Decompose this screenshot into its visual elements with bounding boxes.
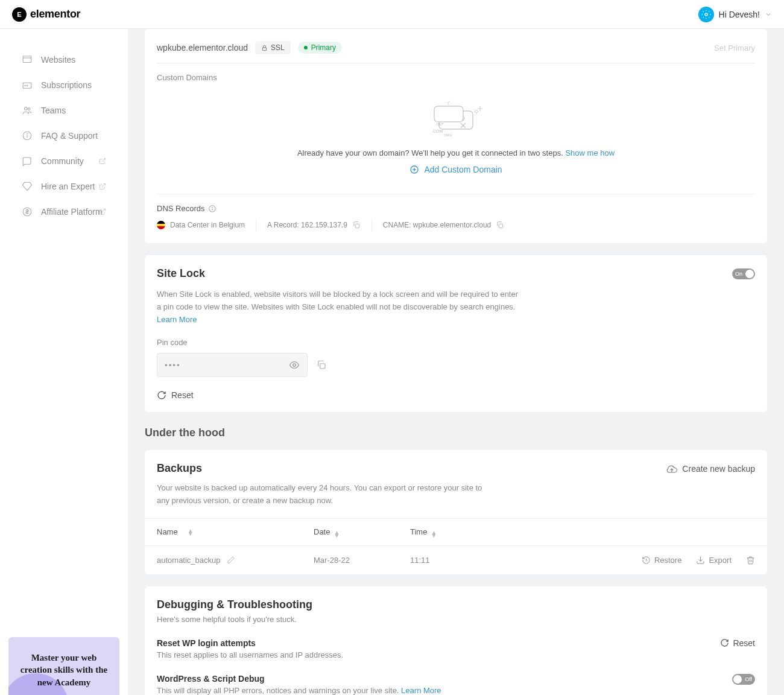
brand-logo[interactable]: E elementor — [12, 7, 80, 22]
svg-text:.ORG: .ORG — [443, 133, 452, 137]
learn-more-link[interactable]: Learn More — [401, 686, 441, 695]
sidebar-item-subscriptions[interactable]: Subscriptions — [0, 72, 128, 98]
svg-text:.COM: .COM — [432, 129, 443, 133]
script-debug-toggle[interactable]: Off — [732, 674, 755, 685]
svg-point-8 — [28, 108, 30, 110]
backup-time: 11:11 — [410, 556, 482, 565]
cloud-upload-icon — [666, 463, 677, 474]
learn-more-link[interactable]: Learn More — [157, 315, 197, 324]
reset-wp-button[interactable]: Reset — [720, 638, 755, 648]
sidebar-item-label: Websites — [41, 55, 75, 65]
refresh-icon — [720, 638, 729, 647]
set-primary-link: Set Primary — [714, 43, 755, 52]
copy-icon[interactable] — [352, 221, 361, 229]
add-custom-domain-button[interactable]: Add Custom Domain — [409, 165, 502, 174]
backup-table-header: Name▲▼ Date▲▼ Time▲▼ — [145, 518, 767, 546]
copy-icon[interactable] — [496, 221, 504, 229]
avatar — [698, 7, 714, 22]
sidebar-item-faq[interactable]: FAQ & Support — [0, 123, 128, 148]
svg-rect-16 — [434, 106, 463, 122]
delete-button[interactable] — [746, 556, 755, 565]
col-header-date[interactable]: Date▲▼ — [314, 527, 410, 537]
brand-name: elementor — [30, 8, 80, 21]
backups-description: Your website is backed up automatically … — [157, 482, 482, 507]
sidebar-item-label: Affiliate Platform — [41, 207, 103, 217]
sidebar-item-label: FAQ & Support — [41, 131, 98, 141]
info-icon[interactable] — [208, 205, 217, 213]
dns-records-header: DNS Records — [157, 204, 755, 213]
domain-illustration: .COM .ORG .NET Already have your own dom… — [157, 92, 755, 183]
edit-icon[interactable] — [227, 556, 235, 564]
svg-rect-26 — [355, 224, 359, 227]
sidebar-item-websites[interactable]: Websites — [0, 47, 128, 72]
sort-icon: ▲▼ — [334, 531, 340, 537]
trash-icon — [746, 556, 755, 565]
svg-rect-13 — [262, 48, 266, 51]
restore-icon — [642, 556, 651, 565]
svg-rect-29 — [320, 364, 325, 369]
domains-card: wpkube.elementor.cloud SSL Primary Set P… — [145, 29, 767, 243]
diamond-icon — [22, 181, 33, 192]
show-me-how-link[interactable]: Show me how — [565, 148, 615, 157]
script-debug-desc: This will display all PHP errors, notice… — [157, 686, 441, 695]
svg-point-25 — [212, 207, 213, 208]
sitelock-toggle[interactable]: On — [732, 268, 755, 279]
sidebar-item-label: Hire an Expert — [41, 182, 95, 191]
refresh-icon — [157, 390, 166, 400]
eye-icon[interactable] — [289, 360, 300, 370]
ssl-badge: SSL — [255, 41, 291, 54]
user-menu[interactable]: Hi Devesh! — [698, 7, 772, 22]
custom-domains-label: Custom Domains — [157, 73, 755, 82]
svg-rect-27 — [499, 224, 503, 227]
datacenter-info: Data Center in Belgium — [157, 221, 245, 229]
sidebar-item-expert[interactable]: Hire an Expert — [0, 174, 128, 199]
user-greeting: Hi Devesh! — [719, 10, 760, 19]
cname-record: CNAME: wpkube.elementor.cloud — [383, 221, 504, 229]
external-link-icon — [99, 183, 106, 190]
under-the-hood-title: Under the hood — [145, 427, 767, 439]
backups-card: Backups Create new backup Your website i… — [145, 450, 767, 574]
external-link-icon — [99, 208, 106, 215]
reset-wp-desc: This reset applies to all usernames and … — [157, 650, 343, 659]
backups-title: Backups — [157, 462, 202, 475]
svg-point-6 — [27, 85, 28, 86]
websites-icon — [22, 54, 33, 65]
svg-text:.NET: .NET — [435, 122, 444, 126]
restore-button[interactable]: Restore — [642, 556, 682, 565]
svg-point-11 — [27, 134, 28, 135]
pin-code-label: Pin code — [157, 338, 755, 347]
sidebar-item-affiliate[interactable]: Affiliate Platform — [0, 199, 128, 224]
top-header: E elementor Hi Devesh! — [0, 0, 784, 29]
copy-icon[interactable] — [316, 360, 327, 370]
promo-title: Master your web creation skills with the… — [18, 652, 110, 688]
subscriptions-icon — [22, 80, 33, 90]
svg-point-5 — [26, 85, 27, 86]
sort-icon: ▲▼ — [188, 529, 194, 535]
svg-point-4 — [25, 85, 25, 86]
domain-name: wpkube.elementor.cloud — [157, 43, 248, 52]
backup-date: Mar-28-22 — [314, 556, 410, 565]
lock-icon — [261, 45, 268, 51]
info-icon — [22, 130, 33, 141]
col-header-time[interactable]: Time▲▼ — [410, 527, 482, 537]
col-header-name[interactable]: Name▲▼ — [157, 527, 314, 537]
backup-name: automatic_backup — [157, 556, 221, 565]
svg-point-28 — [293, 364, 296, 367]
reset-pin-button[interactable]: Reset — [157, 390, 755, 400]
debug-subtitle: Here's some helpful tools if you're stuc… — [157, 615, 755, 624]
script-debug-title: WordPress & Script Debug — [157, 674, 441, 684]
chevron-down-icon — [765, 11, 772, 18]
sidebar-item-community[interactable]: Community — [0, 148, 128, 174]
pin-code-input[interactable] — [165, 361, 289, 370]
sitelock-card: Site Lock On When Site Lock is enabled, … — [145, 255, 767, 412]
a-record: A Record: 162.159.137.9 — [267, 221, 361, 229]
create-backup-button[interactable]: Create new backup — [666, 463, 755, 474]
external-link-icon — [99, 157, 106, 165]
sidebar-item-teams[interactable]: Teams — [0, 98, 128, 123]
academy-promo: Master your web creation skills with the… — [8, 637, 119, 695]
community-icon — [22, 156, 33, 167]
reset-wp-title: Reset WP login attempts — [157, 638, 343, 648]
export-button[interactable]: Export — [696, 556, 732, 565]
sidebar-item-label: Teams — [41, 106, 66, 115]
pin-input-wrapper — [157, 353, 308, 377]
